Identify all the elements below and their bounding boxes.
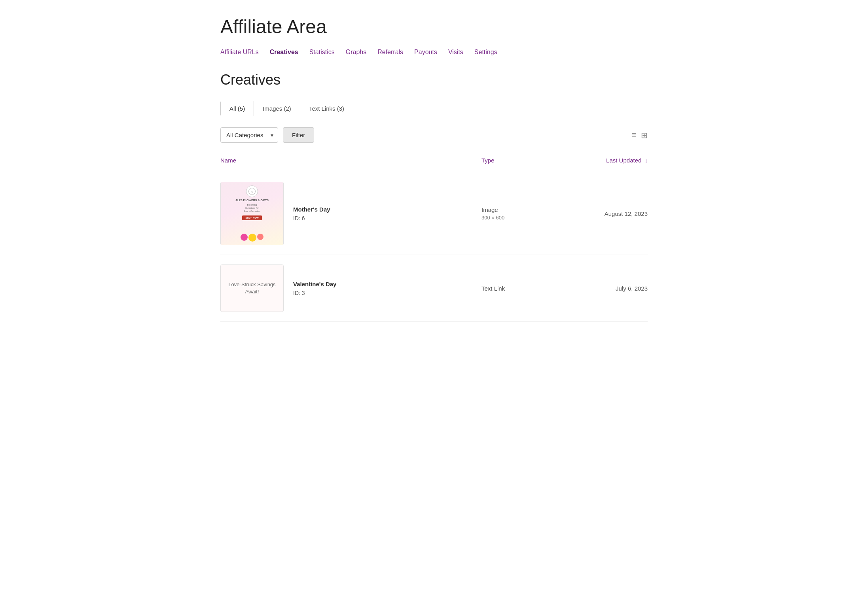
section-title: Creatives <box>220 72 648 88</box>
nav-item-statistics[interactable]: Statistics <box>309 49 335 56</box>
banner-logo: ⊙ <box>246 185 258 197</box>
category-select-wrapper: All Categories <box>220 127 278 143</box>
creative-item-id: ID: 3 <box>293 290 336 296</box>
sort-arrow-icon: ↓ <box>645 157 648 164</box>
page-title: Affiliate Area <box>220 16 648 38</box>
nav-item-visits[interactable]: Visits <box>448 49 463 56</box>
creative-thumbnail: ⊙ ALI'S FLOWERS & GIFTS BloomingSurprise… <box>220 182 284 245</box>
creative-thumbnail-text: Love-Struck Savings Await! <box>220 264 284 312</box>
table-header: Name Type Last Updated ↓ <box>220 157 648 169</box>
thumbnail-text-content: Love-Struck Savings Await! <box>226 281 279 295</box>
nav-bar: Affiliate URLs Creatives Statistics Grap… <box>220 49 648 56</box>
creative-type-col: Image 300 × 600 <box>481 206 561 221</box>
creative-date-col: July 6, 2023 <box>561 285 648 292</box>
filter-row: All Categories Filter ≡ ⊞ <box>220 127 648 143</box>
creative-type-col: Text Link <box>481 285 561 292</box>
tab-all[interactable]: All (5) <box>221 101 254 116</box>
filter-tabs: All (5) Images (2) Text Links (3) <box>220 101 353 116</box>
banner-cta: SHOP NOW <box>242 215 262 220</box>
banner-flowers <box>241 234 263 242</box>
nav-item-affiliate-urls[interactable]: Affiliate URLs <box>220 49 259 56</box>
nav-item-graphs[interactable]: Graphs <box>346 49 366 56</box>
creative-name-col: Love-Struck Savings Await! Valentine's D… <box>220 264 481 312</box>
table-row: Love-Struck Savings Await! Valentine's D… <box>220 255 648 322</box>
creative-type-label: Text Link <box>481 285 561 292</box>
nav-item-settings[interactable]: Settings <box>474 49 497 56</box>
creative-name-col: ⊙ ALI'S FLOWERS & GIFTS BloomingSurprise… <box>220 182 481 245</box>
creative-item-name: Mother's Day <box>293 206 330 213</box>
creative-type-label: Image <box>481 206 561 213</box>
nav-item-creatives[interactable]: Creatives <box>270 49 298 56</box>
banner-logo-inner: ⊙ <box>248 188 256 195</box>
table-row: ⊙ ALI'S FLOWERS & GIFTS BloomingSurprise… <box>220 172 648 255</box>
tab-images[interactable]: Images (2) <box>254 101 300 116</box>
col-header-last-updated[interactable]: Last Updated ↓ <box>606 157 648 164</box>
creative-date-col: August 12, 2023 <box>561 210 648 217</box>
creative-info: Valentine's Day ID: 3 <box>293 281 336 296</box>
view-toggle: ≡ ⊞ <box>631 130 648 140</box>
nav-item-payouts[interactable]: Payouts <box>414 49 437 56</box>
tab-text-links[interactable]: Text Links (3) <box>300 101 353 116</box>
list-view-icon[interactable]: ≡ <box>631 130 636 140</box>
banner-subtitle: BloomingSurprises forEvery Occasion <box>244 204 260 213</box>
col-header-type[interactable]: Type <box>481 157 495 164</box>
grid-view-icon[interactable]: ⊞ <box>641 130 648 140</box>
creative-type-size: 300 × 600 <box>481 215 561 221</box>
col-header-name[interactable]: Name <box>220 157 236 164</box>
banner-brand: ALI'S FLOWERS & GIFTS <box>235 199 269 202</box>
creative-item-name: Valentine's Day <box>293 281 336 287</box>
flower-banner: ⊙ ALI'S FLOWERS & GIFTS BloomingSurprise… <box>221 182 283 245</box>
creative-info: Mother's Day ID: 6 <box>293 206 330 221</box>
filter-button[interactable]: Filter <box>283 127 314 143</box>
category-select[interactable]: All Categories <box>220 127 278 143</box>
nav-item-referrals[interactable]: Referrals <box>377 49 403 56</box>
creative-item-id: ID: 6 <box>293 215 330 221</box>
